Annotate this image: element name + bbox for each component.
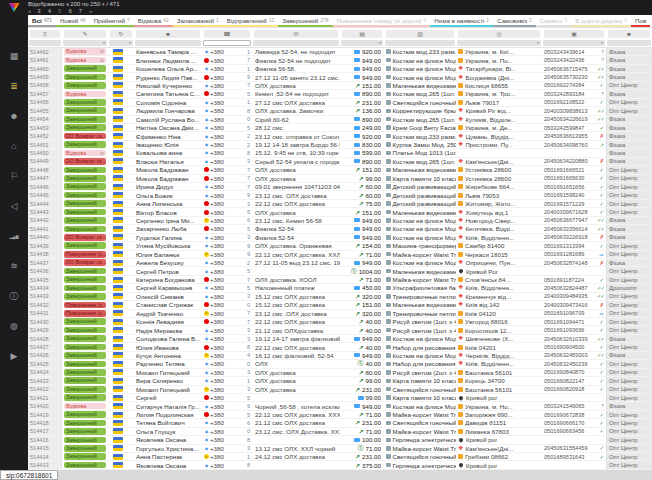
order-row[interactable]: 514436ЗавершенийСергей Петров✶+3805ⓢ1004… — [28, 267, 652, 275]
tab-new[interactable]: Новий48 — [56, 15, 90, 27]
order-row[interactable]: 514418ЗавершенийТетяна Войтович✶+380621.… — [28, 419, 652, 427]
page-4[interactable]: 4 — [48, 8, 51, 15]
order-row[interactable]: 514461Відмова⊙Близнюк Людмила ...+3807Фи… — [28, 56, 652, 64]
status-pill[interactable]: Завершений — [64, 209, 106, 216]
order-row[interactable]: 514428ЗавершенийСолодкова Галина В...✶+3… — [28, 335, 652, 343]
status-pill[interactable]: Завершений — [64, 99, 106, 106]
source-column-header[interactable]: ☻ — [606, 28, 652, 39]
order-row[interactable]: 514420ВідмоваСитарчук Наталія Гр...✶+380… — [28, 402, 652, 410]
order-row[interactable]: 514435ЗавершенийКатерина Богданова+3807О… — [28, 276, 652, 284]
phone-filter[interactable] — [203, 40, 251, 46]
order-row[interactable]: 514434ЗавершенийСергей Карамышев✶+3805На… — [28, 284, 652, 292]
per-page-caret-icon[interactable]: ▾ — [102, 1, 105, 7]
tab-packed[interactable]: Запакований1 — [173, 15, 223, 27]
order-row[interactable]: 514458ЗавершенийНиколай Кучеренко✶+3807О… — [28, 82, 652, 90]
filter-dropdown-icon[interactable]: ▾ — [103, 40, 105, 46]
order-row[interactable]: 514415ЗавершенийГоргулько Христина...✶+3… — [28, 445, 652, 453]
order-row[interactable]: 514433ЗавершенийОлексій Семанів✶+380315.… — [28, 293, 652, 301]
status-pill[interactable]: Завершений — [64, 369, 106, 376]
status-pill[interactable]: Завершений — [64, 276, 106, 283]
flag-column-header[interactable]: ↻ — [108, 28, 134, 39]
orders-list-icon[interactable]: ≣ — [0, 71, 28, 101]
status-pill[interactable]: Завершений — [64, 242, 106, 249]
status-pill[interactable]: Завершений — [64, 394, 106, 401]
filter-dropdown-icon[interactable]: ▾ — [601, 40, 603, 46]
status-pill[interactable]: Відмова⊙ — [64, 150, 106, 157]
first-page-button[interactable]: « — [28, 8, 30, 15]
header-button-id[interactable]: ≡ — [30, 30, 60, 38]
globe-icon[interactable]: ◍ — [0, 311, 28, 341]
order-row[interactable]: 514442ЗавершенийСергіенко Іріна Ми...lc+… — [28, 217, 652, 225]
order-row[interactable]: 514454ЗавершенийСамотій Руслана Во...✶+3… — [28, 116, 652, 124]
status-pill[interactable]: Завершений — [64, 361, 106, 368]
order-row[interactable]: 514438Повернення (з...Юлия Баланюкlc+380… — [28, 251, 652, 259]
settings-sliders-icon[interactable]: ≋ — [0, 251, 28, 281]
status-pill[interactable]: Відмова — [64, 91, 106, 98]
order-row[interactable]: 514457ВідмоваСапегина Татьяна С...+3805К… — [28, 90, 652, 98]
status-pill[interactable]: Завершений — [64, 226, 106, 233]
header-button-ttn[interactable]: ▣ — [544, 30, 604, 38]
status-pill[interactable]: DO Возврат ск... — [64, 158, 106, 165]
order-row[interactable]: 514459ЗавершенийРуденко Лидия Пав...+380… — [28, 73, 652, 81]
status-pill[interactable]: Завершений — [64, 428, 106, 435]
status-pill[interactable]: Завершений — [64, 318, 106, 325]
order-row[interactable]: 514444ЗавершенийАнна Липенська+380322.12… — [28, 200, 652, 208]
price-tag-icon[interactable]: ⚐ — [0, 161, 28, 191]
status-pill[interactable]: Завершений — [64, 175, 106, 182]
status-pill[interactable]: Завершений — [64, 268, 106, 275]
status-pill[interactable]: Завершений — [64, 107, 106, 114]
stats-chart-icon[interactable]: ▂▄▆ — [0, 221, 28, 251]
status-pill[interactable]: Повернення (з... — [64, 251, 106, 258]
price-column-header[interactable]: ▤ — [340, 28, 384, 39]
warehouse-icon[interactable]: ⌂ — [0, 131, 28, 161]
last-page-button[interactable]: » — [89, 8, 91, 15]
status-pill[interactable]: Завершений — [64, 200, 106, 207]
status-pill[interactable]: Завершений — [64, 335, 106, 342]
name-filter[interactable] — [135, 40, 201, 46]
order-row[interactable]: 514431Повернення (з...Андрій Ткаченкоlc+… — [28, 310, 652, 318]
order-row[interactable]: 514429ЗавершенийНадія Мерзаєва✶+380321.1… — [28, 326, 652, 334]
phone-column-header[interactable]: ☎ — [202, 28, 252, 39]
status-pill[interactable]: Завершений — [64, 167, 106, 174]
customers-icon[interactable]: ☻ — [0, 101, 28, 131]
id-filter[interactable] — [29, 40, 61, 46]
status-pill[interactable]: Відмова⊙ — [64, 48, 106, 55]
order-row[interactable]: 514455ЗавершенийЛюдмила Гончарова✶+3808О… — [28, 107, 652, 115]
status-pill[interactable]: Завершений — [64, 285, 106, 292]
order-row[interactable]: 514451ЗавершенийІващенко Юлія✶+380219.12… — [28, 141, 652, 149]
status-column-header[interactable]: ✎ — [62, 28, 108, 39]
status-pill[interactable]: Завершений — [64, 420, 106, 427]
order-row[interactable]: 514447ЗавершенийМикола Бадражан+3807ОЛХ … — [28, 175, 652, 183]
status-pill[interactable]: Завершений — [64, 65, 106, 72]
status-pill[interactable]: Завершений — [64, 124, 106, 131]
tab-services[interactable]: Сервіси0 — [536, 15, 571, 27]
product-column-header[interactable]: ▥ — [384, 28, 456, 39]
page-5[interactable]: 5 — [58, 8, 61, 15]
order-row[interactable]: 514432Повернення (з...Станислав Стрижак+… — [28, 301, 652, 309]
tab-all[interactable]: Всі471 — [28, 15, 56, 27]
status-pill[interactable]: Завершений — [64, 344, 106, 351]
comment-filter[interactable] — [253, 40, 339, 46]
status-pill[interactable]: Завершений — [64, 116, 106, 123]
order-row[interactable]: 514417ЗавершенийОльга Глущук✶+380023.12 … — [28, 428, 652, 436]
status-pill[interactable]: DO Возврат ск... — [64, 234, 106, 241]
location-filter[interactable]: ▾ — [457, 40, 541, 46]
order-row[interactable]: 514456ЗавершенийСоломія Сідоніна✶+380127… — [28, 99, 652, 107]
filter-dropdown-icon[interactable]: ▾ — [537, 40, 539, 46]
order-row[interactable]: 514443ЗавершенийВіктор Власов+3805ОЛХ до… — [28, 208, 652, 216]
video-help-icon[interactable]: ▶ — [0, 341, 28, 371]
order-row[interactable]: 514460ЗавершенийКошелева Ольга Ар...✶+38… — [28, 65, 652, 73]
status-pill[interactable]: Завершений — [64, 192, 106, 199]
order-row[interactable]: 514452DO Возврат ск...Єфименко Ніна✶+380… — [28, 132, 652, 140]
order-row[interactable]: 514449DO Возврат ск...Власюк Наталья✶+38… — [28, 158, 652, 166]
comment-column-header[interactable]: ✉ — [252, 28, 340, 39]
ttn-column-header[interactable]: ▣ — [542, 28, 606, 39]
page-6[interactable]: 6 — [68, 8, 71, 15]
product-filter[interactable] — [385, 40, 455, 46]
order-row[interactable]: 514422ЗавершенийМихаил Гилецькийlc+3803О… — [28, 386, 652, 394]
order-row[interactable]: 514430ЗавершенийКсенія Левадняя+380722.1… — [28, 318, 652, 326]
header-button-comment[interactable]: ✉ — [254, 30, 338, 38]
status-pill[interactable]: Завершений — [64, 377, 106, 384]
page-7[interactable]: 7 — [79, 8, 82, 15]
header-button-name[interactable]: ☻ — [136, 30, 200, 38]
